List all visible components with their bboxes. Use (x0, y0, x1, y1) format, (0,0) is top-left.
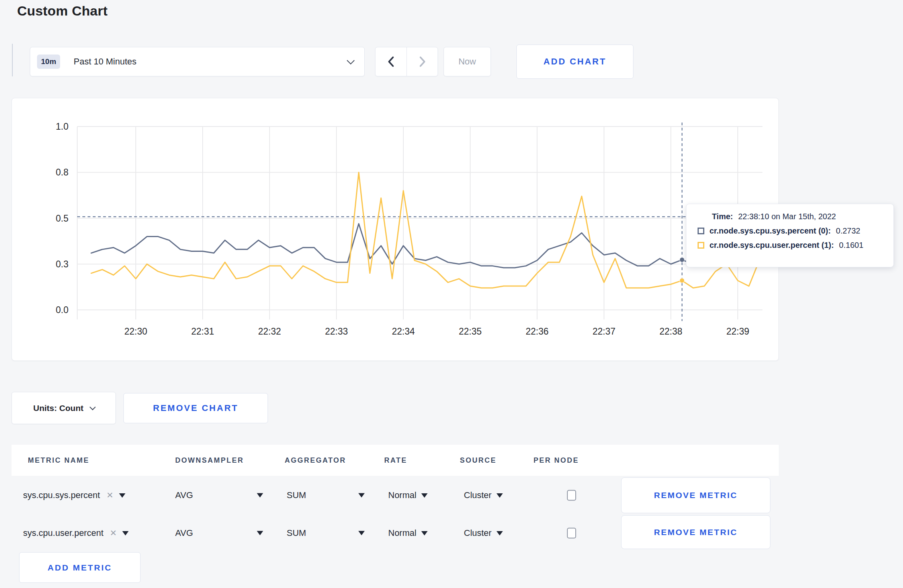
svg-text:0.0: 0.0 (56, 305, 68, 315)
dropdown-arrow-icon[interactable] (358, 493, 365, 498)
series-sys-swatch-icon (698, 228, 704, 234)
dropdown-arrow-icon[interactable] (257, 531, 263, 535)
svg-text:0.5: 0.5 (56, 213, 68, 224)
remove-metric-button[interactable]: REMOVE METRIC (621, 477, 770, 513)
clear-metric-icon[interactable]: ✕ (110, 528, 117, 538)
source-value: Cluster (464, 490, 492, 500)
rate-value: Normal (388, 528, 416, 538)
svg-text:1.0: 1.0 (56, 121, 68, 132)
series-user-swatch-icon (698, 242, 704, 249)
dropdown-arrow-icon (122, 531, 129, 535)
column-header-metric-name: METRIC NAME (28, 456, 90, 465)
time-next-button[interactable] (407, 47, 438, 76)
chevron-down-icon (90, 404, 96, 411)
tooltip-time-label: Time: (712, 212, 733, 221)
time-prev-button[interactable] (375, 47, 407, 76)
dropdown-arrow-icon (421, 531, 428, 535)
svg-text:0.8: 0.8 (56, 167, 68, 177)
chart-tooltip: Time: 22:38:10 on Mar 15th, 2022 cr.node… (686, 204, 894, 267)
source-select[interactable]: Cluster (464, 490, 503, 500)
time-range-dropdown[interactable]: 10m Past 10 Minutes (30, 47, 365, 76)
time-nav-group (375, 47, 438, 76)
metric-name-select[interactable]: sys.cpu.user.percent ✕ (23, 528, 129, 538)
chart-panel: 0.00.30.50.81.022:3022:3122:3222:3322:34… (12, 98, 779, 361)
table-row: sys.cpu.sys.percent ✕ AVG SUM Normal Clu… (12, 477, 779, 513)
chevron-right-icon (418, 56, 427, 68)
metrics-table-header: METRIC NAME DOWNSAMPLER AGGREGATOR RATE … (12, 445, 779, 476)
source-select[interactable]: Cluster (464, 528, 503, 538)
tooltip-series-user-value: 0.1601 (839, 241, 863, 250)
svg-text:22:34: 22:34 (392, 326, 415, 337)
tooltip-time-value: 22:38:10 on Mar 15th, 2022 (738, 212, 836, 221)
column-header-aggregator: AGGREGATOR (285, 456, 346, 465)
svg-text:22:37: 22:37 (592, 326, 616, 337)
per-node-checkbox[interactable] (567, 528, 576, 539)
clear-metric-icon[interactable]: ✕ (106, 491, 113, 500)
dropdown-arrow-icon (496, 531, 503, 535)
remove-metric-button[interactable]: REMOVE METRIC (621, 515, 770, 549)
tooltip-series-sys-label: cr.node.sys.cpu.sys.percent (0): (710, 226, 831, 236)
remove-chart-button[interactable]: REMOVE CHART (123, 393, 268, 423)
per-node-checkbox[interactable] (567, 490, 576, 501)
add-metric-button[interactable]: ADD METRIC (19, 552, 141, 583)
column-header-per-node: PER NODE (534, 456, 579, 465)
dropdown-arrow-icon (421, 493, 428, 498)
dropdown-arrow-icon[interactable] (358, 531, 365, 535)
dropdown-arrow-icon[interactable] (257, 493, 263, 498)
svg-text:22:32: 22:32 (258, 326, 281, 337)
column-header-rate: RATE (384, 456, 407, 465)
metric-name-select[interactable]: sys.cpu.sys.percent ✕ (23, 490, 125, 500)
aggregator-select[interactable]: SUM (287, 490, 306, 500)
units-dropdown[interactable]: Units: Count (12, 392, 116, 424)
now-button[interactable]: Now (444, 47, 491, 76)
svg-text:22:38: 22:38 (659, 326, 682, 337)
rate-select[interactable]: Normal (388, 528, 428, 538)
tooltip-series-sys-value: 0.2732 (836, 226, 860, 236)
rate-value: Normal (388, 490, 416, 500)
dropdown-arrow-icon (119, 493, 125, 498)
chevron-down-icon (347, 56, 355, 64)
svg-text:22:30: 22:30 (124, 326, 147, 337)
page-title: Custom Chart (17, 3, 108, 19)
downsampler-select[interactable]: AVG (175, 528, 193, 538)
svg-text:22:36: 22:36 (526, 326, 549, 337)
table-row: sys.cpu.user.percent ✕ AVG SUM Normal Cl… (12, 515, 779, 551)
chevron-left-icon (387, 56, 395, 68)
svg-text:22:35: 22:35 (459, 326, 482, 337)
source-value: Cluster (464, 528, 492, 538)
units-label: Units: Count (33, 403, 84, 413)
metric-name-value: sys.cpu.sys.percent (23, 490, 100, 500)
add-chart-button[interactable]: ADD CHART (516, 45, 633, 79)
rate-select[interactable]: Normal (388, 490, 428, 500)
downsampler-select[interactable]: AVG (175, 490, 193, 500)
svg-text:22:39: 22:39 (726, 326, 749, 337)
svg-text:22:33: 22:33 (325, 326, 348, 337)
aggregator-select[interactable]: SUM (287, 528, 306, 538)
metric-name-value: sys.cpu.user.percent (23, 528, 104, 538)
column-header-downsampler: DOWNSAMPLER (175, 456, 244, 465)
cpu-usage-chart[interactable]: 0.00.30.50.81.022:3022:3122:3222:3322:34… (12, 98, 779, 361)
time-range-badge: 10m (37, 55, 60, 69)
toolbar-left-divider (12, 44, 13, 76)
svg-text:0.3: 0.3 (56, 259, 68, 269)
column-header-source: SOURCE (460, 456, 496, 465)
svg-text:22:31: 22:31 (191, 326, 214, 337)
time-range-label: Past 10 Minutes (74, 56, 137, 67)
tooltip-series-user-label: cr.node.sys.cpu.user.percent (1): (710, 241, 834, 250)
dropdown-arrow-icon (496, 493, 503, 498)
